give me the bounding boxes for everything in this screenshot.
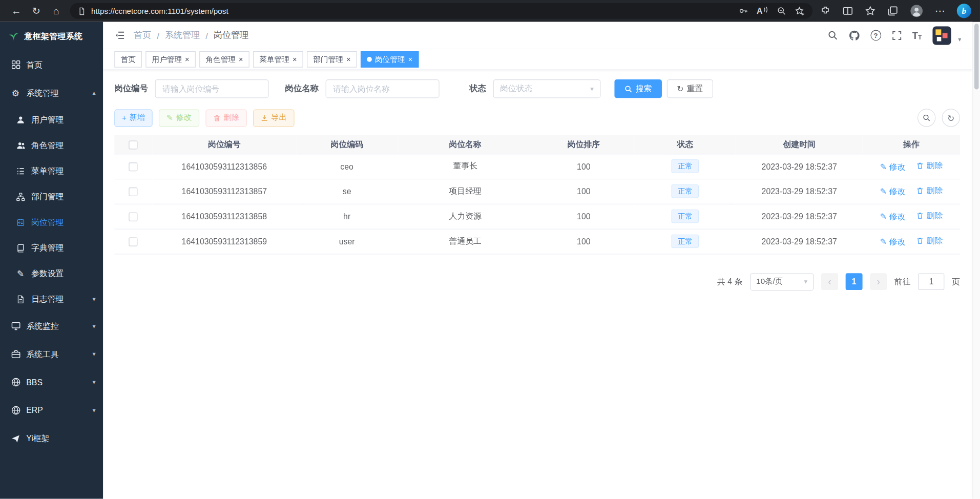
sidebar-item-parameters[interactable]: ✎ 参数设置	[0, 261, 103, 286]
add-button[interactable]: + 新增	[114, 109, 153, 127]
password-key-icon[interactable]	[739, 6, 748, 15]
bing-copilot-icon[interactable]: b	[957, 4, 971, 18]
breadcrumb-home[interactable]: 首页	[134, 30, 151, 41]
sidebar-item-home[interactable]: 首页	[0, 51, 103, 79]
close-icon[interactable]: ×	[293, 56, 297, 64]
sidebar-item-bbs[interactable]: BBS ▾	[0, 368, 103, 397]
post-code-input[interactable]	[155, 79, 269, 98]
edit-icon: ✎	[166, 113, 173, 122]
split-screen-icon[interactable]	[843, 6, 853, 16]
tab-departments[interactable]: 部门管理 ×	[307, 51, 357, 68]
row-checkbox[interactable]	[129, 162, 138, 171]
github-icon[interactable]	[848, 30, 860, 41]
reset-button[interactable]: ↻ 重置	[667, 79, 713, 98]
row-edit-link[interactable]: ✎修改	[880, 161, 906, 172]
table-row[interactable]: 1641030593112313857 se 项目经理 100 正常 2023-…	[114, 179, 960, 204]
row-checkbox[interactable]	[129, 188, 138, 196]
favorite-star-icon[interactable]	[795, 6, 805, 16]
col-post-sort[interactable]: 岗位排序	[533, 135, 634, 154]
sidebar-item-roles[interactable]: 角色管理	[0, 133, 103, 158]
site-info-icon[interactable]	[77, 7, 86, 15]
col-created[interactable]: 创建时间	[736, 135, 863, 154]
url-text[interactable]: https://ccnetcore.com:1101/system/post	[91, 7, 738, 15]
help-icon[interactable]: ?	[870, 30, 881, 41]
scrollbar-thumb[interactable]	[974, 24, 979, 89]
row-delete-link[interactable]: 删除	[916, 185, 943, 196]
sidebar-item-erp[interactable]: ERP ▾	[0, 396, 103, 424]
current-page-button[interactable]: 1	[846, 273, 863, 290]
collections-icon[interactable]	[887, 6, 898, 16]
sidebar-collapse-icon[interactable]	[114, 30, 125, 41]
user-avatar[interactable]	[932, 26, 951, 45]
edit-button[interactable]: ✎ 修改	[159, 109, 199, 127]
goto-page-input[interactable]	[918, 273, 944, 290]
tab-posts[interactable]: 岗位管理 ×	[361, 51, 419, 68]
prev-page-button[interactable]: ‹	[821, 273, 838, 290]
sidebar-item-users[interactable]: 用户管理	[0, 107, 103, 133]
zoom-out-icon[interactable]	[777, 6, 786, 15]
close-icon[interactable]: ×	[239, 56, 243, 64]
select-all-checkbox[interactable]	[129, 140, 138, 149]
toggle-search-button[interactable]	[918, 109, 935, 127]
page-size-select[interactable]: 10条/页 ▾	[750, 273, 814, 290]
search-icon[interactable]	[827, 30, 838, 41]
favorites-bar-icon[interactable]	[865, 6, 875, 16]
app-logo[interactable]: 意框架管理系统	[0, 22, 103, 51]
fullscreen-icon[interactable]	[892, 30, 902, 40]
row-edit-link[interactable]: ✎修改	[880, 211, 906, 222]
sidebar-item-logs[interactable]: 日志管理 ▾	[0, 286, 103, 312]
table-row[interactable]: 1641030593112313859 user 普通员工 100 正常 202…	[114, 229, 960, 254]
close-icon[interactable]: ×	[185, 56, 190, 64]
font-size-icon[interactable]: TT	[912, 30, 922, 41]
profile-avatar-icon[interactable]	[910, 5, 923, 18]
table-row[interactable]: 1641030593112313856 ceo 董事长 100 正常 2023-…	[114, 154, 960, 179]
row-edit-link[interactable]: ✎修改	[880, 236, 906, 247]
row-checkbox[interactable]	[129, 237, 138, 246]
avatar-dropdown-icon[interactable]: ▾	[958, 35, 961, 45]
sidebar-item-dictionary[interactable]: 字典管理	[0, 235, 103, 261]
post-name-input[interactable]	[326, 79, 440, 98]
col-post-id[interactable]: 岗位编号	[153, 135, 297, 154]
browser-refresh-button[interactable]: ↻	[26, 2, 46, 19]
address-bar[interactable]: https://ccnetcore.com:1101/system/post A	[70, 3, 812, 19]
close-icon[interactable]: ×	[408, 56, 413, 64]
cell-post-id: 1641030593112313859	[153, 229, 297, 254]
goto-unit-label: 页	[952, 276, 960, 287]
col-post-name[interactable]: 岗位名称	[398, 135, 533, 154]
sidebar-item-menus[interactable]: 菜单管理	[0, 158, 103, 184]
next-page-button[interactable]: ›	[870, 273, 887, 290]
tab-home[interactable]: 首页	[114, 51, 142, 68]
sidebar-item-system[interactable]: ⚙ 系统管理 ▴	[0, 79, 103, 107]
sidebar-item-yi-framework[interactable]: Yi框架	[0, 424, 103, 452]
vertical-scrollbar[interactable]	[972, 22, 980, 499]
sidebar-item-departments[interactable]: 部门管理	[0, 184, 103, 210]
refresh-table-button[interactable]: ↻	[942, 109, 960, 127]
book-icon	[16, 243, 26, 252]
export-button[interactable]: 导出	[253, 109, 295, 127]
delete-button[interactable]: 删除	[205, 109, 247, 127]
table-row[interactable]: 1641030593112313858 hr 人力资源 100 正常 2023-…	[114, 204, 960, 229]
row-delete-link[interactable]: 删除	[916, 235, 943, 246]
edit-icon: ✎	[880, 237, 887, 246]
status-select[interactable]: 岗位状态 ▾	[493, 79, 601, 98]
browser-back-button[interactable]: ←	[6, 2, 26, 19]
row-checkbox[interactable]	[129, 213, 138, 221]
close-icon[interactable]: ×	[346, 56, 351, 64]
tab-users[interactable]: 用户管理 ×	[145, 51, 196, 68]
row-edit-link[interactable]: ✎修改	[880, 186, 906, 197]
read-aloud-icon[interactable]: A	[757, 6, 768, 15]
browser-home-button[interactable]: ⌂	[46, 2, 66, 19]
breadcrumb-system[interactable]: 系统管理	[165, 30, 200, 41]
extensions-icon[interactable]	[820, 6, 831, 16]
row-delete-link[interactable]: 删除	[916, 160, 943, 172]
sidebar-item-monitoring[interactable]: 系统监控 ▾	[0, 312, 103, 340]
col-post-code[interactable]: 岗位编码	[296, 135, 398, 154]
tab-menus[interactable]: 菜单管理 ×	[253, 51, 303, 68]
tab-roles[interactable]: 角色管理 ×	[199, 51, 249, 68]
sidebar-item-tools[interactable]: 系统工具 ▾	[0, 340, 103, 368]
search-button[interactable]: 搜索	[614, 79, 662, 98]
sidebar-item-posts[interactable]: 岗位管理	[0, 210, 103, 235]
browser-menu-icon[interactable]: ⋯	[935, 2, 945, 19]
col-status[interactable]: 状态	[634, 135, 736, 154]
row-delete-link[interactable]: 删除	[916, 210, 943, 221]
